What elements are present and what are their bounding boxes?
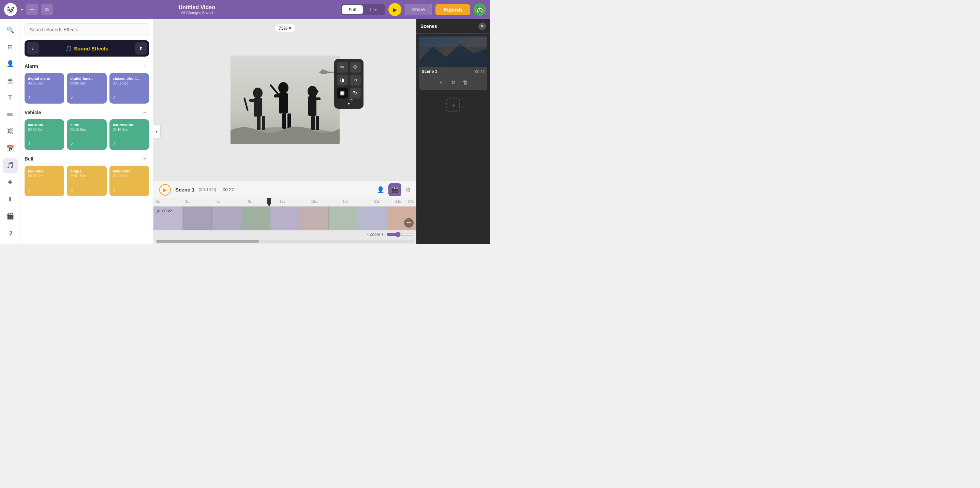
sound-play-icon[interactable]: ♪	[70, 187, 103, 193]
video-frame	[231, 55, 340, 144]
crop-button[interactable]: ▣	[337, 87, 348, 98]
play-button[interactable]: ▶	[159, 184, 171, 196]
header-play-button[interactable]: ▶	[388, 3, 401, 16]
sound-play-icon[interactable]: ♪	[70, 140, 103, 147]
toolbar-row-1: ✂ ✥	[337, 62, 361, 73]
three-dot-menu[interactable]: •••	[404, 218, 414, 228]
sound-category-vehicle: Vehicle + car-runs 00:08 Sec ♪ siren 00:…	[25, 108, 149, 150]
sidebar-calendar-button[interactable]: 📅	[3, 141, 18, 156]
sound-item-name: digital-time...	[70, 76, 103, 81]
sound-item-name: car-reverse	[113, 123, 146, 127]
sidebar-search-button[interactable]: 🔍	[3, 22, 18, 38]
sidebar-person-button[interactable]: 👤	[3, 56, 18, 71]
sidebar-mic-button[interactable]: 🎙	[3, 226, 18, 241]
playback-icons: 👤 🎬 ⚙	[377, 183, 411, 196]
alarm-label: Alarm	[25, 63, 38, 69]
sound-play-icon[interactable]: ♪	[113, 187, 146, 193]
scene-overlay	[419, 36, 487, 67]
list-item[interactable]: bell-short 00:01 Sec ♪	[110, 166, 149, 196]
zoom-indicator[interactable]: 73% ▾	[274, 24, 296, 32]
list-item[interactable]: ding-1 00:01 Sec ♪	[67, 166, 107, 196]
search-input[interactable]	[25, 23, 149, 36]
sound-play-icon[interactable]: ♪	[113, 140, 146, 147]
sidebar-upload-button[interactable]: ⬆	[3, 192, 18, 207]
sound-play-icon[interactable]: ♪	[28, 187, 61, 193]
vehicle-items: car-runs 00:08 Sec ♪ siren 00:15 Sec ♪ c…	[25, 119, 149, 150]
bell-add-button[interactable]: +	[141, 155, 149, 163]
sound-item-duration: 00:01 Sec	[113, 174, 146, 178]
publish-button[interactable]: Publish	[436, 4, 470, 15]
list-item[interactable]: digital-alarm 00:05 Sec ♪	[25, 73, 64, 104]
mode-lite-button[interactable]: Lite	[363, 5, 384, 14]
logo-chevron-icon[interactable]: ▾	[21, 8, 23, 11]
bell-category-header: Bell +	[25, 155, 149, 163]
scene-duration: 00:27	[475, 70, 485, 74]
sound-item-duration: 00:08 Sec	[28, 128, 61, 132]
list-item[interactable]: car-runs 00:08 Sec ♪	[25, 119, 64, 150]
duplicate-scene-button[interactable]: ⧉	[448, 78, 458, 87]
sidebar-video-button[interactable]: 🎬	[3, 209, 18, 224]
list-item[interactable]: classic-phon... 00:01 Sec ♪	[110, 73, 149, 104]
list-item[interactable]: siren 00:15 Sec ♪	[67, 119, 107, 150]
list-item[interactable]: car-reverse 00:10 Sec ♪	[110, 119, 149, 150]
sound-play-icon[interactable]: ♪	[113, 94, 146, 100]
sidebar-image-button[interactable]: 🖼	[3, 124, 18, 139]
sound-category-bell: Bell + bell-loud 00:01 Sec ♪ ding-1 00:0…	[25, 155, 149, 196]
playhead[interactable]	[267, 198, 271, 206]
music-note-icon[interactable]: ♪	[27, 42, 39, 54]
sidebar-templates-button[interactable]: ⊞	[3, 40, 18, 54]
track-segment	[358, 206, 387, 230]
delete-scene-button[interactable]: 🗑	[460, 78, 471, 87]
avatar[interactable]: 🐼	[474, 3, 486, 16]
undo-button[interactable]: ↩	[26, 4, 38, 15]
svg-rect-12	[288, 114, 291, 129]
share-button[interactable]: Share	[405, 4, 432, 15]
svg-rect-3	[254, 98, 262, 117]
scenes-title: Scenes	[420, 24, 437, 29]
person-playback-button[interactable]: 👤	[377, 186, 384, 193]
settings-playback-button[interactable]: ⚙	[406, 186, 411, 193]
vehicle-add-button[interactable]: +	[141, 108, 149, 117]
sidebar-coffee-button[interactable]: ☕	[3, 73, 18, 88]
video-silhouette	[231, 55, 340, 144]
scrollbar-thumb[interactable]	[156, 240, 259, 242]
timeline-track[interactable]: 🔊 00:27 •••	[153, 206, 416, 230]
track-label: 🔊 00:27	[156, 209, 172, 213]
video-preview: ✂ ✥ ◑ ⟲ ▣ ↻ ▾ +	[153, 19, 416, 181]
sidebar-bg-button[interactable]: BG	[3, 107, 18, 122]
sound-effects-label: 🎵 Sound Effects	[41, 45, 133, 52]
list-item[interactable]: digital-time... 00:06 Sec ♪	[67, 73, 107, 104]
ruler-mark-27s: 27s	[408, 200, 414, 203]
logo-button[interactable]: 🐼	[4, 3, 17, 16]
add-new-scene-button[interactable]: +	[446, 98, 460, 112]
toolbar-expand: ▾	[337, 101, 361, 106]
sidebar-plus-button[interactable]: ✚	[3, 175, 18, 190]
collapse-handle[interactable]: ‹	[153, 125, 160, 138]
sound-play-icon[interactable]: ♪	[70, 94, 103, 100]
copy-button[interactable]: ⧉	[41, 4, 53, 15]
sidebar-music-button[interactable]: 🎵	[3, 158, 18, 173]
contrast-button[interactable]: ◑	[337, 74, 348, 86]
transform-button[interactable]: ⟲	[350, 74, 361, 86]
mode-full-button[interactable]: Full	[342, 5, 363, 14]
sound-play-icon[interactable]: ♪	[28, 140, 61, 147]
sidebar-text-button[interactable]: T	[3, 90, 18, 105]
save-status: All Changes Saved	[181, 11, 213, 15]
scene-name: Scene 1	[422, 69, 437, 74]
add-between-scenes-button[interactable]: +	[349, 96, 353, 104]
list-item[interactable]: bell-loud 00:01 Sec ♪	[25, 166, 64, 196]
scenes-header: Scenes ✕	[416, 19, 490, 34]
sound-item-duration: 00:01 Sec	[113, 81, 146, 85]
scenes-close-button[interactable]: ✕	[479, 22, 486, 30]
svg-rect-16	[314, 97, 321, 100]
video-playback-button[interactable]: 🎬	[388, 183, 401, 196]
alarm-add-button[interactable]: +	[141, 62, 149, 70]
upload-icon[interactable]: ⬆	[135, 42, 147, 54]
zoom-slider[interactable]	[387, 232, 414, 237]
svg-rect-6	[262, 116, 265, 130]
sound-play-icon[interactable]: ♪	[28, 94, 61, 100]
add-scene-button[interactable]: +	[436, 78, 446, 87]
move-button[interactable]: ✥	[350, 62, 361, 73]
cut-button[interactable]: ✂	[337, 62, 348, 73]
scrollbar-area[interactable]	[156, 240, 414, 242]
